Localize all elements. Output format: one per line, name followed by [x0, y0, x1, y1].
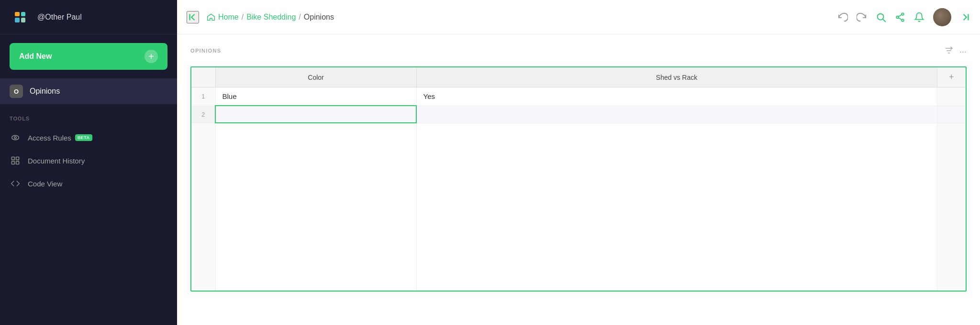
- avatar[interactable]: [933, 8, 951, 26]
- home-page-icon: [207, 13, 215, 21]
- beta-badge: BETA: [75, 134, 92, 141]
- table-empty-space: [191, 123, 966, 290]
- svg-point-1: [14, 137, 16, 139]
- tools-section-label: TOOLS: [0, 104, 177, 126]
- logo-dot-3: [15, 18, 20, 22]
- breadcrumb: Home / Bike Shedding / Opinions: [207, 13, 837, 22]
- collapse-right-button[interactable]: [960, 12, 970, 22]
- svg-rect-3: [16, 157, 19, 160]
- code-view-icon: [10, 178, 21, 189]
- svg-line-13: [899, 18, 902, 20]
- breadcrumb-current: Opinions: [304, 13, 334, 22]
- filter-sort-button[interactable]: [944, 46, 954, 58]
- table-row: 2: [191, 106, 966, 123]
- app-logo: [10, 7, 31, 28]
- table-section-label: OPINIONS: [190, 48, 221, 54]
- svg-point-0: [12, 135, 19, 140]
- document-history-label: Document History: [28, 157, 85, 165]
- topbar: Home / Bike Shedding / Opinions: [177, 0, 980, 34]
- row-number-2: 2: [191, 106, 215, 123]
- breadcrumb-home-label: Home: [218, 13, 239, 22]
- collapse-sidebar-button[interactable]: [187, 11, 199, 23]
- logo-dot-1: [15, 12, 20, 17]
- cell-row1-add: [937, 87, 966, 106]
- sidebar-item-code-view[interactable]: Code View: [0, 172, 177, 195]
- redo-button[interactable]: [857, 12, 867, 22]
- table-toolbar: ···: [944, 46, 967, 58]
- add-column-icon: +: [949, 72, 954, 82]
- code-view-label: Code View: [28, 180, 62, 188]
- data-table: Color Shed vs Rack + 1 Blue Yes: [191, 67, 966, 291]
- col-header-add[interactable]: +: [937, 67, 966, 87]
- topbar-actions: [837, 8, 970, 26]
- opinions-nav-label: Opinions: [30, 87, 60, 96]
- breadcrumb-sep-2: /: [299, 13, 301, 22]
- svg-line-12: [899, 14, 902, 16]
- sidebar-item-opinions[interactable]: O Opinions: [0, 78, 177, 104]
- access-rules-icon: [10, 132, 21, 143]
- cell-row2-color[interactable]: [215, 106, 416, 123]
- empty-row-num: [191, 123, 215, 290]
- logo-dot-2: [21, 12, 26, 17]
- logo-dot-4: [21, 18, 26, 22]
- row-number-1: 1: [191, 87, 215, 106]
- empty-shed-cell: [416, 123, 937, 290]
- cell-row1-shed[interactable]: Yes: [416, 87, 937, 106]
- data-table-wrapper: Color Shed vs Rack + 1 Blue Yes: [190, 66, 967, 292]
- more-options-button[interactable]: ···: [959, 47, 967, 57]
- search-button[interactable]: [876, 12, 886, 22]
- sidebar-header: @Other Paul: [0, 0, 177, 34]
- breadcrumb-home[interactable]: Home: [207, 13, 239, 22]
- user-name: @Other Paul: [37, 13, 82, 22]
- empty-add-cell: [937, 123, 966, 290]
- col-header-color[interactable]: Color: [215, 67, 416, 87]
- svg-rect-4: [12, 162, 15, 164]
- access-rules-label: Access Rules: [28, 134, 71, 142]
- opinions-nav-icon: O: [10, 85, 23, 98]
- content-area: OPINIONS ··· Color: [177, 34, 980, 325]
- share-button[interactable]: [895, 12, 905, 22]
- svg-rect-2: [12, 157, 15, 160]
- sidebar-item-document-history[interactable]: Document History: [0, 149, 177, 172]
- document-history-icon: [10, 155, 21, 166]
- sidebar: @Other Paul Add New + O Opinions TOOLS A…: [0, 0, 177, 325]
- logo-icon: [15, 12, 25, 22]
- undo-button[interactable]: [837, 12, 848, 22]
- notifications-button[interactable]: [914, 12, 924, 22]
- breadcrumb-parent[interactable]: Bike Shedding: [246, 13, 296, 22]
- main-content: Home / Bike Shedding / Opinions: [177, 0, 980, 325]
- breadcrumb-sep-1: /: [242, 13, 244, 22]
- add-new-button[interactable]: Add New +: [10, 43, 167, 70]
- table-header-row: Color Shed vs Rack +: [191, 67, 966, 87]
- col-header-rownum: [191, 67, 215, 87]
- table-row: 1 Blue Yes: [191, 87, 966, 106]
- add-new-plus-icon: +: [145, 50, 158, 63]
- empty-color-cell: [215, 123, 416, 290]
- cell-row1-color[interactable]: Blue: [215, 87, 416, 106]
- cell-row2-add: [937, 106, 966, 123]
- svg-rect-5: [16, 162, 19, 164]
- avatar-image: [933, 8, 951, 26]
- sidebar-item-access-rules[interactable]: Access Rules BETA: [0, 126, 177, 149]
- col-header-shed[interactable]: Shed vs Rack: [416, 67, 937, 87]
- svg-line-8: [883, 19, 885, 22]
- cell-row2-shed[interactable]: [416, 106, 937, 123]
- add-new-label: Add New: [19, 52, 52, 61]
